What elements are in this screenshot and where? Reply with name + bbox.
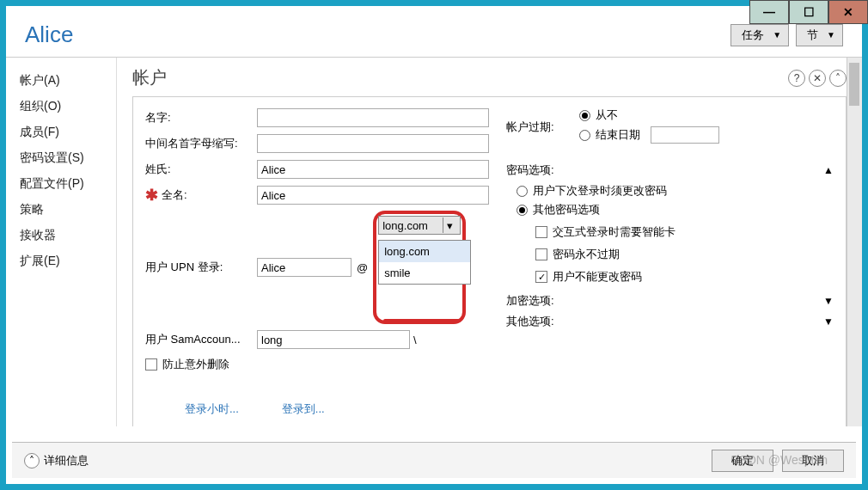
upn-domain-dropdown: long.com smile bbox=[378, 240, 471, 285]
chevron-up-icon: ˄ bbox=[24, 453, 40, 469]
upn-domain-selected: long.com bbox=[382, 219, 428, 232]
first-name-label: 名字: bbox=[145, 110, 257, 126]
expiry-never-label: 从不 bbox=[596, 107, 618, 123]
last-name-label: 姓氏: bbox=[145, 162, 257, 177]
must-change-label: 用户下次登录时须更改密码 bbox=[533, 183, 667, 199]
password-options-label: 密码选项: bbox=[506, 162, 554, 178]
annotation-underline bbox=[383, 319, 461, 322]
logon-to-link[interactable]: 登录到... bbox=[282, 401, 325, 417]
chevron-down-icon[interactable]: ▼ bbox=[823, 295, 834, 307]
sidebar-item-account[interactable]: 帐户(A) bbox=[20, 68, 116, 94]
minimize-button[interactable]: — bbox=[749, 0, 789, 24]
full-name-input[interactable] bbox=[257, 186, 489, 205]
sam-label: 用户 SamAccoun... bbox=[145, 332, 257, 347]
scrollbar-thumb[interactable] bbox=[849, 63, 859, 106]
required-marker-icon: ✱ bbox=[145, 186, 158, 205]
sidebar-item-policy[interactable]: 策略 bbox=[20, 197, 116, 223]
sidebar-item-org[interactable]: 组织(O) bbox=[20, 94, 116, 119]
sam-separator: \ bbox=[413, 334, 417, 346]
scrollbar-vertical[interactable] bbox=[847, 58, 862, 426]
ok-button[interactable]: 确定 bbox=[712, 450, 773, 472]
expiry-enddate-radio[interactable] bbox=[579, 130, 590, 141]
maximize-button[interactable]: ☐ bbox=[789, 0, 828, 24]
details-label: 详细信息 bbox=[44, 453, 89, 469]
initials-label: 中间名首字母缩写: bbox=[145, 136, 257, 151]
footer: ˄ 详细信息 确定 取消 bbox=[12, 442, 856, 478]
page-title: Alice bbox=[25, 21, 724, 48]
section-close-button[interactable]: ✕ bbox=[809, 70, 826, 87]
details-toggle[interactable]: ˄ 详细信息 bbox=[24, 453, 89, 469]
chevron-down-icon[interactable]: ▾ bbox=[443, 217, 456, 233]
upn-domain-highlight: long.com ▾ long.com smile bbox=[373, 211, 466, 324]
must-change-radio[interactable] bbox=[517, 186, 528, 197]
sidebar-item-profile[interactable]: 配置文件(P) bbox=[20, 171, 116, 197]
logon-hours-link[interactable]: 登录小时... bbox=[185, 401, 239, 417]
smartcard-checkbox[interactable] bbox=[535, 226, 547, 238]
cannot-change-checkbox[interactable] bbox=[535, 271, 547, 283]
last-name-input[interactable] bbox=[257, 160, 489, 179]
chevron-down-icon[interactable]: ▼ bbox=[823, 315, 834, 328]
close-window-button[interactable]: ✕ bbox=[828, 0, 868, 24]
help-button[interactable]: ? bbox=[788, 70, 805, 87]
sections-dropdown-label: 节 bbox=[807, 28, 818, 43]
never-expires-label: 密码永不过期 bbox=[553, 247, 620, 262]
other-password-label: 其他密码选项 bbox=[533, 202, 600, 217]
first-name-input[interactable] bbox=[257, 108, 489, 127]
sidebar-item-receiver[interactable]: 接收器 bbox=[20, 223, 116, 248]
tasks-dropdown-label: 任务 bbox=[742, 28, 764, 43]
sections-dropdown[interactable]: 节 ▼ bbox=[796, 24, 843, 46]
header: Alice 任务 ▼ 节 ▼ bbox=[6, 6, 862, 57]
account-section-header: 帐户 ? ✕ ˄ bbox=[132, 66, 847, 89]
other-options-label: 其他选项: bbox=[506, 314, 554, 329]
expiry-enddate-label: 结束日期 bbox=[596, 127, 640, 143]
account-section-title: 帐户 bbox=[132, 66, 167, 89]
chevron-down-icon: ▼ bbox=[827, 30, 835, 40]
chevron-up-icon[interactable]: ▲ bbox=[823, 164, 834, 176]
expiry-never-radio[interactable] bbox=[579, 110, 590, 121]
account-section-body: 名字: 中间名首字母缩写: 姓氏: bbox=[132, 96, 847, 426]
full-name-label: 全名: bbox=[162, 187, 187, 203]
never-expires-checkbox[interactable] bbox=[535, 248, 547, 260]
prevent-delete-label: 防止意外删除 bbox=[162, 357, 229, 372]
upn-domain-option[interactable]: smile bbox=[379, 262, 470, 284]
sidebar-item-extensions[interactable]: 扩展(E) bbox=[20, 248, 116, 274]
initials-input[interactable] bbox=[257, 134, 489, 153]
account-expiry-label: 帐户过期: bbox=[506, 119, 579, 135]
sidebar-item-member[interactable]: 成员(F) bbox=[20, 119, 116, 145]
upn-user-input[interactable] bbox=[257, 258, 351, 277]
smartcard-label: 交互式登录时需要智能卡 bbox=[553, 224, 675, 240]
sam-input[interactable] bbox=[257, 330, 410, 349]
cancel-button[interactable]: 取消 bbox=[782, 450, 844, 472]
upn-domain-option[interactable]: long.com bbox=[379, 241, 470, 262]
expiry-enddate-input[interactable] bbox=[651, 126, 719, 144]
cannot-change-label: 用户不能更改密码 bbox=[553, 269, 642, 285]
titlebar-controls: — ☐ ✕ bbox=[749, 0, 868, 24]
chevron-down-icon: ▼ bbox=[773, 30, 781, 40]
section-collapse-button[interactable]: ˄ bbox=[829, 70, 847, 87]
tasks-dropdown[interactable]: 任务 ▼ bbox=[730, 24, 789, 46]
upn-domain-select[interactable]: long.com ▾ bbox=[378, 216, 461, 235]
sidebar-item-password[interactable]: 密码设置(S) bbox=[20, 145, 116, 171]
prevent-delete-checkbox[interactable] bbox=[145, 358, 157, 371]
at-symbol: @ bbox=[357, 261, 368, 274]
other-password-radio[interactable] bbox=[517, 205, 528, 216]
upn-label: 用户 UPN 登录: bbox=[145, 260, 257, 275]
sidebar: 帐户(A) 组织(O) 成员(F) 密码设置(S) 配置文件(P) 策略 接收器… bbox=[6, 58, 116, 426]
encryption-options-label: 加密选项: bbox=[506, 293, 554, 309]
